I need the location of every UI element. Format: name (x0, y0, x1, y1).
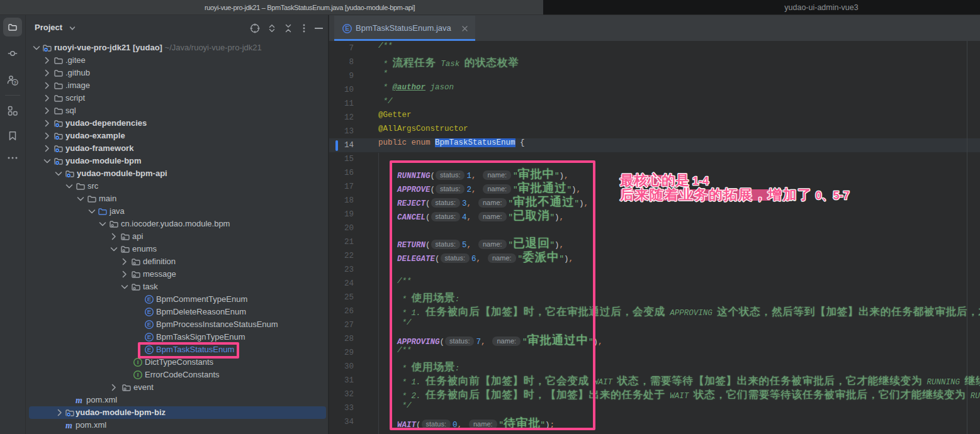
svg-text:I: I (137, 359, 139, 365)
svg-text:E: E (345, 25, 349, 32)
svg-text:E: E (147, 321, 151, 328)
svg-text:后来随着业务的拓展，增加了 0、5-7: 后来随着业务的拓展，增加了 0、5-7 (619, 187, 850, 203)
svg-text:I: I (137, 371, 139, 378)
svg-text:E: E (147, 333, 151, 340)
svg-text:最核心的是 1-4: 最核心的是 1-4 (619, 172, 709, 188)
svg-text:E: E (147, 308, 151, 315)
svg-text:E: E (147, 296, 151, 303)
